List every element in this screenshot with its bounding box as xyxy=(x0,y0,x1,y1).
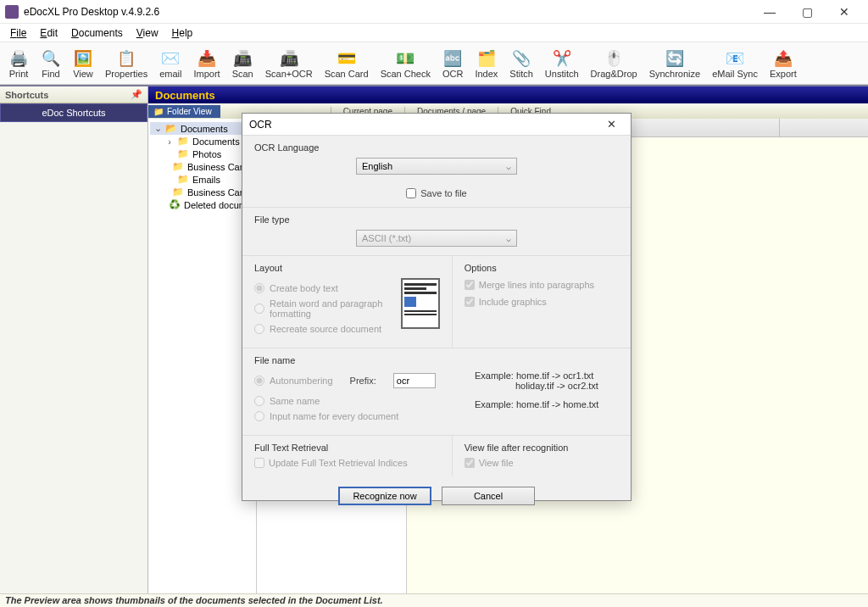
toolbar-properties[interactable]: 📋Properties xyxy=(100,47,153,81)
toolbar: 🖨️Print🔍Find🖼️View📋Properties✉️email📥Imp… xyxy=(0,42,868,85)
toolbar-scancard[interactable]: 💳Scan Card xyxy=(320,47,374,81)
include-graphics-checkbox: Include graphics xyxy=(465,297,619,307)
toolbar-index[interactable]: 🗂️Index xyxy=(470,47,503,81)
tree-node[interactable]: ♻️Deleted documents xyxy=(150,198,254,211)
layout-preview-icon xyxy=(401,278,440,329)
prefix-input[interactable] xyxy=(393,373,436,388)
menu-edit[interactable]: Edit xyxy=(33,25,64,41)
dialog-close-button[interactable]: ✕ xyxy=(598,118,624,131)
viewafter-header: View file after recognition xyxy=(465,443,619,453)
toolbar-sync[interactable]: 🔄Synchronize xyxy=(644,47,706,81)
merge-lines-checkbox: Merge lines into paragraphs xyxy=(465,280,619,290)
toolbar-stitch[interactable]: 📎Stitch xyxy=(504,47,538,81)
scan-icon: 📠 xyxy=(232,48,253,69)
layout-recreate: Recreate source document xyxy=(254,324,396,334)
tree-node[interactable]: 📁Business Cards xyxy=(150,160,254,173)
filename-same-name: Same name xyxy=(254,396,468,406)
close-button[interactable]: ✕ xyxy=(826,0,863,24)
toolbar-dragdrop[interactable]: 🖱️Drag&Drop xyxy=(586,47,643,81)
toolbar-print[interactable]: 🖨️Print xyxy=(3,47,34,81)
filename-autonumber: Autonumbering xyxy=(254,376,333,386)
folder-tree[interactable]: ⌄📂Documents›📁Documents📁Photos📁Business C… xyxy=(148,119,257,593)
status-bar: The Preview area shows thumbnails of the… xyxy=(0,593,868,607)
properties-icon: 📋 xyxy=(116,48,136,69)
menu-documents[interactable]: Documents xyxy=(64,25,130,41)
cancel-button[interactable]: Cancel xyxy=(442,487,535,505)
emailsync-icon: 📧 xyxy=(725,48,745,69)
options-header: Options xyxy=(465,263,619,273)
app-icon xyxy=(5,5,19,19)
dragdrop-icon: 🖱️ xyxy=(604,48,624,69)
layout-retain-format: Retain word and paragraph formatting xyxy=(254,298,396,319)
scancard-icon: 💳 xyxy=(337,48,357,69)
layout-body-text: Create body text xyxy=(254,283,396,293)
maximize-button[interactable]: ▢ xyxy=(788,0,826,24)
toolbar-import[interactable]: 📥Import xyxy=(188,47,225,81)
dialog-title: OCR xyxy=(249,119,272,131)
layout-header: Layout xyxy=(254,263,440,273)
tree-node[interactable]: 📁Photos xyxy=(150,148,254,160)
tree-node[interactable]: 📁Emails xyxy=(150,173,254,186)
menu-help[interactable]: Help xyxy=(165,25,200,41)
index-icon: 🗂️ xyxy=(476,48,497,69)
pin-icon[interactable]: 📌 xyxy=(131,89,142,100)
find-icon: 🔍 xyxy=(41,48,61,69)
toolbar-view[interactable]: 🖼️View xyxy=(68,47,98,81)
toolbar-email[interactable]: ✉️email xyxy=(154,47,186,81)
tree-node[interactable]: 📁Business Cards xyxy=(150,186,254,198)
ocr-dialog: OCR ✕ OCR Language English Save to file … xyxy=(242,113,632,501)
sidebar: Shortcuts 📌 eDoc Shortcuts xyxy=(0,86,148,593)
ftr-update-checkbox: Update Full Text Retrieval Indices xyxy=(254,458,440,468)
title-bar: eDocXL Pro Desktop v.4.9.2.6 — ▢ ✕ xyxy=(0,0,868,24)
minimize-button[interactable]: — xyxy=(751,0,788,24)
toolbar-unstitch[interactable]: ✂️Unstitch xyxy=(540,47,584,81)
folder-icon: 📁 xyxy=(177,174,189,185)
view-icon: 🖼️ xyxy=(73,48,93,69)
scancheck-icon: 💵 xyxy=(395,48,415,69)
folder-icon: 📁 xyxy=(172,187,184,198)
print-icon: 🖨️ xyxy=(8,48,29,69)
folder-icon: ♻️ xyxy=(169,199,181,210)
ocr-icon: 🔤 xyxy=(442,48,463,69)
menu-view[interactable]: View xyxy=(130,25,165,41)
view-file-checkbox: View file xyxy=(465,458,619,468)
toolbar-ocr[interactable]: 🔤OCR xyxy=(437,47,468,81)
scanocr-icon: 📠 xyxy=(279,48,299,69)
import-icon: 📥 xyxy=(197,48,217,69)
menu-bar: File Edit Documents View Help xyxy=(0,24,868,42)
folder-icon: 📂 xyxy=(165,123,177,134)
ocr-language-select[interactable]: English xyxy=(356,158,517,175)
toolbar-scanocr[interactable]: 📠Scan+OCR xyxy=(260,47,318,81)
sidebar-header: Shortcuts 📌 xyxy=(0,86,147,103)
folder-icon: 📁 xyxy=(172,161,184,172)
folder-icon: 📁 xyxy=(177,148,189,159)
folder-icon: 📁 xyxy=(177,136,189,147)
filetype-select: ASCII (*.txt) xyxy=(356,230,517,247)
filename-input-every: Input name for every document xyxy=(254,411,468,421)
save-to-file-checkbox[interactable]: Save to file xyxy=(406,188,466,198)
menu-file[interactable]: File xyxy=(3,25,33,41)
ocr-language-label: OCR Language xyxy=(254,142,619,153)
export-icon: 📤 xyxy=(773,48,793,69)
tree-node[interactable]: ›📁Documents xyxy=(150,135,254,148)
toolbar-export[interactable]: 📤Export xyxy=(765,47,802,81)
recognize-button[interactable]: Recognize now xyxy=(338,487,431,505)
ftr-header: Full Text Retrieval xyxy=(254,443,440,453)
toolbar-scan[interactable]: 📠Scan xyxy=(227,47,259,81)
documents-header: Documents xyxy=(148,86,868,103)
toolbar-find[interactable]: 🔍Find xyxy=(36,47,66,81)
sidebar-item-shortcuts[interactable]: eDoc Shortcuts xyxy=(0,103,147,122)
email-icon: ✉️ xyxy=(160,48,181,69)
unstitch-icon: ✂️ xyxy=(552,48,572,69)
toolbar-emailsync[interactable]: 📧eMail Sync xyxy=(707,47,763,81)
window-title: eDocXL Pro Desktop v.4.9.2.6 xyxy=(24,6,751,18)
stitch-icon: 📎 xyxy=(511,48,531,69)
sync-icon: 🔄 xyxy=(665,48,685,69)
toolbar-scancheck[interactable]: 💵Scan Check xyxy=(376,47,436,81)
tree-node[interactable]: ⌄📂Documents xyxy=(150,122,254,135)
filename-header: File name xyxy=(254,355,619,365)
tab-folder-view[interactable]: 📁Folder View xyxy=(148,105,220,118)
filetype-label: File type xyxy=(254,214,619,225)
